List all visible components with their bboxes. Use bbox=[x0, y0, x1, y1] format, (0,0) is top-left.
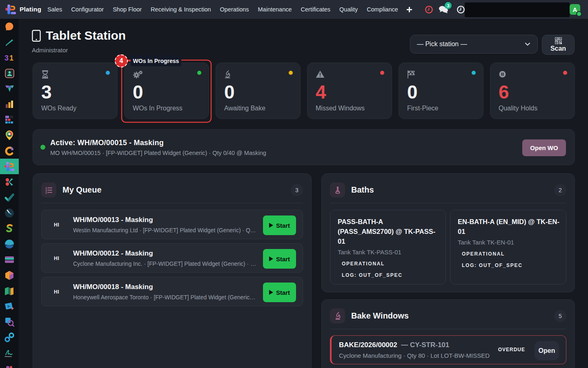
svg-text:1: 1 bbox=[9, 54, 13, 62]
svg-text:3: 3 bbox=[4, 54, 9, 62]
